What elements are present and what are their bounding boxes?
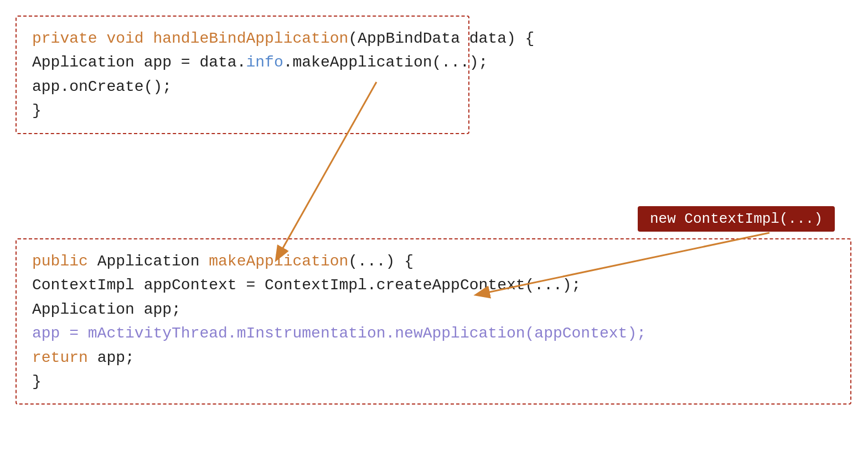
bottom-line-2: ContextImpl appContext = ContextImpl.cre… bbox=[32, 273, 835, 297]
bottom-line1-rest: (...) { bbox=[348, 253, 414, 270]
top-line-3: app.onCreate(); bbox=[32, 75, 453, 99]
bottom-line2-text: ContextImpl appContext = ContextImpl.cre… bbox=[32, 277, 581, 294]
top-line-1: private void handleBindApplication(AppBi… bbox=[32, 27, 453, 50]
bottom-line-3: Application app; bbox=[32, 298, 835, 321]
fn-makeApplication: makeApplication bbox=[209, 253, 348, 270]
code-box-top: private void handleBindApplication(AppBi… bbox=[16, 16, 469, 134]
top-line3-text: app.onCreate(); bbox=[32, 78, 172, 95]
bottom-line5-rest: app; bbox=[88, 349, 135, 366]
top-line2-pre: Application app = data. bbox=[32, 54, 246, 71]
top-line-4: } bbox=[32, 99, 453, 122]
bottom-line-4: app = mActivityThread.mInstrumentation.n… bbox=[32, 321, 835, 345]
top-line2-info: info bbox=[246, 54, 283, 71]
top-line2-rest: .makeApplication(...); bbox=[283, 54, 488, 71]
context-impl-badge: new ContextImpl(...) bbox=[638, 206, 835, 232]
top-line-2: Application app = data.info.makeApplicat… bbox=[32, 50, 453, 74]
bottom-line3-text: Application app; bbox=[32, 301, 181, 318]
kw-return: return bbox=[32, 349, 88, 366]
main-container: private void handleBindApplication(AppBi… bbox=[0, 0, 868, 450]
kw-public: public bbox=[32, 253, 88, 270]
bottom-line-1: public Application makeApplication(...) … bbox=[32, 249, 835, 273]
fn-handleBindApplication: handleBindApplication bbox=[153, 30, 348, 47]
bottom-line1-mid: Application bbox=[88, 253, 209, 270]
bottom-line-5: return app; bbox=[32, 346, 835, 370]
code-box-bottom: public Application makeApplication(...) … bbox=[16, 238, 851, 405]
top-curly-close: } bbox=[32, 102, 42, 119]
kw-private: private void bbox=[32, 30, 153, 47]
badge-label: new ContextImpl(...) bbox=[650, 211, 823, 227]
bottom-line4-text: app = mActivityThread.mInstrumentation.n… bbox=[32, 325, 646, 342]
bottom-curly-close: } bbox=[32, 373, 42, 390]
bottom-line-6: } bbox=[32, 370, 835, 393]
top-line1-rest: (AppBindData data) { bbox=[348, 30, 534, 47]
